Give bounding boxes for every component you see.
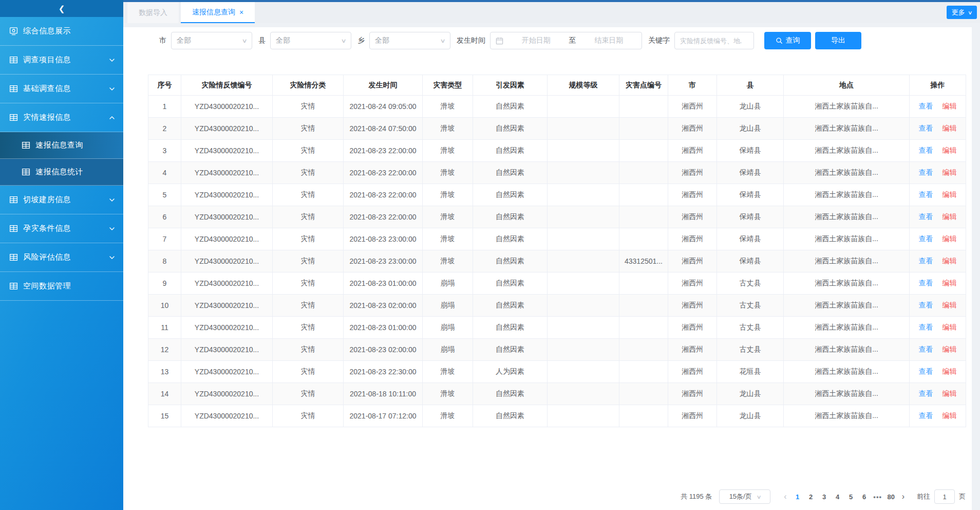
sidebar-menu: 综合信息展示调查项目信息基础调查信息灾情速报信息速报信息查询速报信息统计切坡建房… — [0, 17, 123, 301]
chevron-down-icon: ∨ — [968, 10, 973, 15]
page-size-select[interactable]: 15条/页 ∨ — [719, 489, 770, 504]
edit-link[interactable]: 编辑 — [943, 389, 957, 397]
cell-point_code — [619, 118, 668, 140]
export-button[interactable]: 导出 — [815, 32, 861, 49]
view-link[interactable]: 查看 — [919, 190, 933, 198]
cell-type: 滑坡 — [423, 96, 473, 118]
cell-city: 湘西州 — [668, 162, 717, 184]
pagination-page[interactable]: 5 — [844, 493, 858, 501]
cell-cause: 自然因素 — [473, 140, 548, 162]
view-link[interactable]: 查看 — [919, 323, 933, 331]
edit-link[interactable]: 编辑 — [943, 257, 957, 265]
cell-scale — [548, 118, 619, 140]
sidebar-item-label: 调查项目信息 — [23, 55, 71, 65]
sidebar-item[interactable]: 基础调查信息 — [0, 75, 123, 103]
table-icon — [9, 84, 18, 93]
view-link[interactable]: 查看 — [919, 257, 933, 265]
next-page-button[interactable]: › — [898, 492, 909, 501]
pagination-page[interactable]: 80 — [884, 493, 898, 501]
cell-actions: 查看编辑 — [910, 184, 966, 206]
sidebar-item[interactable]: 综合信息展示 — [0, 17, 123, 46]
sidebar-item-label: 孕灾条件信息 — [23, 224, 71, 233]
keyword-input[interactable] — [674, 32, 754, 49]
pagination-page[interactable]: 3 — [818, 493, 831, 501]
edit-link[interactable]: 编辑 — [943, 212, 957, 221]
sidebar-subitem[interactable]: 速报信息统计 — [0, 159, 123, 186]
cell-city: 湘西州 — [668, 339, 717, 361]
view-link[interactable]: 查看 — [919, 168, 933, 176]
view-link[interactable]: 查看 — [919, 279, 933, 287]
edit-link[interactable]: 编辑 — [943, 146, 957, 154]
view-link[interactable]: 查看 — [919, 345, 933, 353]
cell-seq: 6 — [148, 206, 181, 228]
column-header: 发生时间 — [344, 75, 423, 96]
cell-time: 2021-08-23 22:00:00 — [344, 184, 423, 206]
view-link[interactable]: 查看 — [919, 234, 933, 243]
sidebar-subitem[interactable]: 速报信息查询 — [0, 132, 123, 159]
cell-cause: 自然因素 — [473, 250, 548, 272]
edit-link[interactable]: 编辑 — [943, 301, 957, 309]
close-icon[interactable]: × — [239, 9, 243, 16]
view-link[interactable]: 查看 — [919, 102, 933, 110]
pagination-page[interactable]: 4 — [831, 493, 844, 501]
table-wrapper: 序号灾险情反馈编号灾险情分类发生时间灾害类型引发因素规模等级灾害点编号市县地点操… — [148, 75, 966, 427]
edit-link[interactable]: 编辑 — [943, 323, 957, 331]
cell-point_code — [619, 383, 668, 405]
cell-scale — [548, 250, 619, 272]
search-button[interactable]: 查询 — [764, 32, 811, 49]
edit-link[interactable]: 编辑 — [943, 345, 957, 353]
cell-cause: 自然因素 — [473, 317, 548, 339]
edit-link[interactable]: 编辑 — [943, 411, 957, 420]
cell-time: 2021-08-24 07:50:00 — [344, 118, 423, 140]
calendar-icon — [496, 37, 503, 45]
edit-link[interactable]: 编辑 — [943, 124, 957, 132]
cell-category: 灾情 — [273, 361, 344, 383]
cell-location: 湘西土家族苗族自... — [784, 118, 910, 140]
sidebar-item[interactable]: 灾情速报信息 — [0, 103, 123, 132]
collapse-sidebar-icon[interactable]: ❮ — [59, 5, 65, 12]
view-link[interactable]: 查看 — [919, 146, 933, 154]
edit-link[interactable]: 编辑 — [943, 102, 957, 110]
tab-report-query[interactable]: 速报信息查询 × — [181, 2, 255, 23]
cell-seq: 2 — [148, 118, 181, 140]
view-link[interactable]: 查看 — [919, 124, 933, 132]
keyword-filter-label: 关键字 — [648, 36, 670, 45]
view-link[interactable]: 查看 — [919, 301, 933, 309]
county-select[interactable]: 全部 ∨ — [270, 32, 351, 49]
edit-link[interactable]: 编辑 — [943, 190, 957, 198]
view-link[interactable]: 查看 — [919, 389, 933, 397]
sidebar-item[interactable]: 孕灾条件信息 — [0, 214, 123, 243]
cell-city: 湘西州 — [668, 250, 717, 272]
cell-category: 灾情 — [273, 206, 344, 228]
more-button[interactable]: 更多 ∨ — [947, 6, 977, 19]
edit-link[interactable]: 编辑 — [943, 279, 957, 287]
cell-city: 湘西州 — [668, 272, 717, 295]
goto-page-input[interactable] — [934, 489, 955, 504]
pagination-page[interactable]: 1 — [791, 493, 804, 501]
edit-link[interactable]: 编辑 — [943, 168, 957, 176]
pagination-page[interactable]: 2 — [804, 493, 818, 501]
pagination-page[interactable]: 6 — [858, 493, 871, 501]
city-select[interactable]: 全部 ∨ — [171, 32, 252, 49]
cell-type: 滑坡 — [423, 250, 473, 272]
tab-data-import[interactable]: 数据导入 — [127, 2, 179, 23]
town-select[interactable]: 全部 ∨ — [369, 32, 450, 49]
view-link[interactable]: 查看 — [919, 367, 933, 375]
sidebar-item[interactable]: 切坡建房信息 — [0, 186, 123, 214]
cell-city: 湘西州 — [668, 317, 717, 339]
cell-county: 保靖县 — [717, 162, 784, 184]
cell-scale — [548, 295, 619, 317]
view-link[interactable]: 查看 — [919, 212, 933, 221]
cell-seq: 12 — [148, 339, 181, 361]
table-row: 7YZD43000020210...灾情2021-08-23 23:00:00滑… — [148, 228, 966, 250]
sidebar-item[interactable]: 空间数据管理 — [0, 272, 123, 301]
prev-page-button[interactable]: ‹ — [780, 492, 790, 501]
cell-actions: 查看编辑 — [910, 295, 966, 317]
date-range-picker[interactable]: 开始日期 至 结束日期 — [490, 32, 642, 49]
sidebar-item[interactable]: 调查项目信息 — [0, 46, 123, 75]
sidebar-item[interactable]: 风险评估信息 — [0, 243, 123, 272]
cell-cause: 自然因素 — [473, 405, 548, 427]
view-link[interactable]: 查看 — [919, 411, 933, 420]
edit-link[interactable]: 编辑 — [943, 234, 957, 243]
edit-link[interactable]: 编辑 — [943, 367, 957, 375]
